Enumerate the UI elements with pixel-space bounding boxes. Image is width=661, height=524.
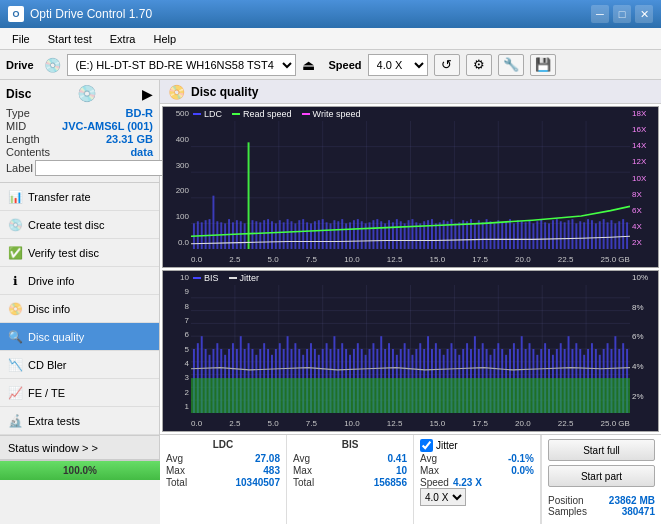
disc-label-label: Label [6, 162, 33, 174]
bis-total-value: 156856 [374, 477, 407, 488]
app-icon: O [8, 6, 24, 22]
svg-rect-110 [571, 219, 573, 249]
nav-fe-te[interactable]: 📈 FE / TE [0, 379, 159, 407]
start-full-button[interactable]: Start full [548, 439, 655, 461]
svg-rect-45 [318, 220, 320, 249]
maximize-button[interactable]: □ [613, 5, 631, 23]
right-controls: Start full Start part Position 23862 MB … [541, 435, 661, 524]
drive-select[interactable]: (E:) HL-DT-ST BD-RE WH16NS58 TST4 [67, 54, 296, 76]
nav-disc-info[interactable]: 📀 Disc info [0, 295, 159, 323]
tool-button[interactable]: 🔧 [498, 54, 524, 76]
nav-cd-bler-label: CD Bler [28, 359, 67, 371]
nav-create-test-disc-label: Create test disc [28, 219, 104, 231]
svg-rect-23 [232, 222, 234, 249]
ldc-max-row: Max 483 [166, 465, 280, 476]
svg-rect-28 [251, 220, 253, 249]
ldc-stats: LDC Avg 27.08 Max 483 Total 10340507 [160, 435, 287, 524]
ldc-avg-row: Avg 27.08 [166, 453, 280, 464]
nav-disc-quality[interactable]: 🔍 Disc quality [0, 323, 159, 351]
svg-rect-91 [497, 220, 499, 249]
settings-button[interactable]: ⚙ [466, 54, 492, 76]
disc-type-label: Type [6, 107, 30, 119]
svg-rect-103 [544, 222, 546, 249]
menu-help[interactable]: Help [145, 31, 184, 47]
svg-rect-26 [244, 223, 246, 249]
svg-rect-92 [501, 222, 503, 249]
nav-extra-tests[interactable]: 🔬 Extra tests [0, 407, 159, 435]
svg-rect-39 [294, 223, 296, 249]
ldc-legend-read-label: Read speed [243, 109, 292, 119]
svg-rect-94 [509, 219, 511, 249]
position-label: Position [548, 495, 584, 506]
svg-rect-56 [361, 221, 363, 249]
svg-rect-114 [587, 219, 589, 249]
disc-length-value: 23.31 GB [106, 133, 153, 145]
speed-value: 4.23 X [453, 477, 482, 488]
speed-row: Speed 4.23 X [420, 477, 534, 488]
menu-start-test[interactable]: Start test [40, 31, 100, 47]
bis-stats: BIS Avg 0.41 Max 10 Total 156856 [287, 435, 414, 524]
titlebar-title: Opti Drive Control 1.70 [30, 7, 152, 21]
nav-transfer-rate-label: Transfer rate [28, 191, 91, 203]
svg-rect-106 [556, 219, 558, 249]
nav-drive-info[interactable]: ℹ Drive info [0, 267, 159, 295]
nav-fe-te-label: FE / TE [28, 387, 65, 399]
svg-rect-83 [466, 221, 468, 249]
progress-label: 100.0% [63, 465, 97, 476]
close-button[interactable]: ✕ [635, 5, 653, 23]
nav-cd-bler[interactable]: 📉 CD Bler [0, 351, 159, 379]
save-button[interactable]: 💾 [530, 54, 556, 76]
svg-rect-100 [532, 223, 534, 249]
ldc-legend-ldc: LDC [193, 109, 222, 119]
ldc-total-label: Total [166, 477, 187, 488]
disc-label-input[interactable] [35, 160, 164, 176]
svg-rect-29 [255, 221, 257, 249]
svg-rect-46 [322, 219, 324, 249]
refresh-button[interactable]: ↺ [434, 54, 460, 76]
svg-rect-47 [326, 222, 328, 249]
speed-select[interactable]: 4.0 X [368, 54, 428, 76]
svg-rect-25 [240, 221, 242, 249]
charts-area: 500 400 300 200 100 0.0 18X 16X 14X 12X … [160, 104, 661, 434]
svg-rect-74 [431, 219, 433, 249]
svg-rect-105 [552, 220, 554, 249]
svg-rect-86 [478, 220, 480, 249]
jitter-checkbox[interactable] [420, 439, 433, 452]
svg-rect-66 [400, 221, 402, 249]
svg-rect-42 [306, 222, 308, 249]
disc-info-icon: 📀 [8, 302, 22, 316]
disc-mid-label: MID [6, 120, 26, 132]
jitter-label: Jitter [436, 440, 458, 451]
minimize-button[interactable]: ─ [591, 5, 609, 23]
svg-rect-109 [568, 220, 570, 249]
svg-rect-59 [372, 220, 374, 249]
nav-create-test-disc[interactable]: 💿 Create test disc [0, 211, 159, 239]
start-part-button[interactable]: Start part [548, 465, 655, 487]
titlebar-left: O Opti Drive Control 1.70 [8, 6, 152, 22]
nav-extra-tests-label: Extra tests [28, 415, 80, 427]
disc-type-row: Type BD-R [6, 107, 153, 119]
drive-info-icon: ℹ [8, 274, 22, 288]
jitter-stats: Jitter Avg -0.1% Max 0.0% Speed 4.23 X 4… [414, 435, 541, 524]
create-test-disc-icon: 💿 [8, 218, 22, 232]
svg-rect-73 [427, 220, 429, 249]
menu-file[interactable]: File [4, 31, 38, 47]
fe-te-icon: 📈 [8, 386, 22, 400]
jitter-avg-value: -0.1% [508, 453, 534, 464]
ldc-total-row: Total 10340507 [166, 477, 280, 488]
status-window-button[interactable]: Status window > > [0, 436, 159, 460]
position-value: 23862 MB [609, 495, 655, 506]
disc-action-icon[interactable]: ▶ [142, 86, 153, 102]
svg-rect-90 [493, 223, 495, 249]
ldc-y-axis-left: 500 400 300 200 100 0.0 [163, 107, 191, 249]
menu-extra[interactable]: Extra [102, 31, 144, 47]
nav-verify-test-disc[interactable]: ✅ Verify test disc [0, 239, 159, 267]
eject-icon[interactable]: ⏏ [302, 57, 315, 73]
nav-transfer-rate[interactable]: 📊 Transfer rate [0, 183, 159, 211]
bis-plot-area [191, 285, 630, 413]
svg-rect-115 [591, 220, 593, 249]
speed-select2[interactable]: 4.0 X [420, 488, 466, 506]
svg-rect-17 [209, 219, 211, 249]
svg-rect-61 [380, 221, 382, 249]
jitter-avg-row: Avg -0.1% [420, 453, 534, 464]
